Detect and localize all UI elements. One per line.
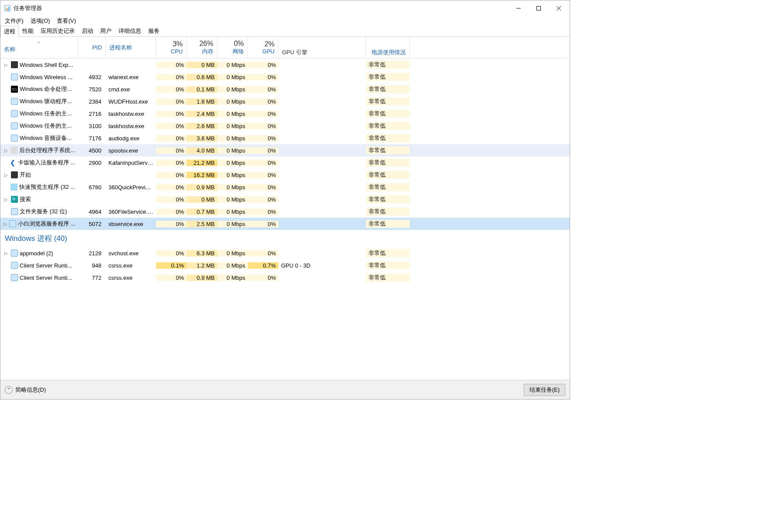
process-name: Client Server Runti... xyxy=(20,275,72,281)
fewer-details-button[interactable]: ⌃ 简略信息(D) xyxy=(5,386,46,394)
process-list[interactable]: ▷Windows Shell Exp...0%0 MB0 Mbps0%非常低Wi… xyxy=(0,59,570,380)
menu-options[interactable]: 选项(O) xyxy=(27,16,54,26)
col-proc[interactable]: 进程名称 xyxy=(106,37,156,58)
col-eng[interactable]: GPU 引擎 xyxy=(279,37,366,58)
net-cell: 0 Mbps xyxy=(217,111,248,117)
tab-users[interactable]: 用户 xyxy=(97,25,115,36)
svg-rect-1 xyxy=(537,6,541,10)
mem-cell: 0.9 MB xyxy=(187,275,217,281)
expand-icon[interactable]: ▷ xyxy=(3,148,9,153)
process-icon xyxy=(11,262,18,269)
col-pid[interactable]: PID xyxy=(78,37,106,58)
net-cell: 0 Mbps xyxy=(217,172,248,178)
col-cpu[interactable]: 3%CPU xyxy=(156,37,187,58)
tab-services[interactable]: 服务 xyxy=(145,25,163,36)
process-name: Windows 任务的主... xyxy=(20,122,72,130)
cpu-cell: 0% xyxy=(156,209,187,215)
expand-icon[interactable]: ▷ xyxy=(3,222,7,226)
process-name: 快速预览主程序 (32 ... xyxy=(19,183,75,191)
cpu-cell: 0% xyxy=(156,221,187,227)
table-row[interactable]: ▷appmodel (2)2128svchost.exe0%6.3 MB0 Mb… xyxy=(0,247,570,259)
tab-performance[interactable]: 性能 xyxy=(19,25,37,36)
cpu-cell: 0% xyxy=(156,86,187,93)
expand-icon[interactable]: ▷ xyxy=(3,63,9,67)
table-row[interactable]: Windows Wireless ...4932wlanext.exe0%0.6… xyxy=(0,71,570,83)
mem-cell: 1.2 MB xyxy=(187,262,217,269)
proc-cell: spoolsv.exe xyxy=(106,147,156,154)
column-headers: ⌃ 名称 PID 进程名称 3%CPU 26%内存 0%网络 2%GPU GPU… xyxy=(0,37,570,59)
cpu-cell: 0% xyxy=(156,160,187,166)
gpu-cell: 0% xyxy=(248,275,279,281)
mem-cell: 3.6 MB xyxy=(187,135,217,142)
mem-cell: 0.9 MB xyxy=(187,184,217,191)
titlebar: 📊 任务管理器 xyxy=(0,0,570,16)
process-name: 后台处理程序子系统... xyxy=(19,146,75,154)
table-row[interactable]: ▷Windows Shell Exp...0%0 MB0 Mbps0%非常低 xyxy=(0,59,570,71)
net-cell: 0 Mbps xyxy=(217,184,248,191)
table-row[interactable]: ❮卡饭输入法服务程序 ...2900KafanInputService....0… xyxy=(0,156,570,169)
close-button[interactable] xyxy=(549,2,569,15)
table-row[interactable]: 快速预览主程序 (32 ...6780360QuickPreview....0%… xyxy=(0,181,570,193)
process-name: Windows Shell Exp... xyxy=(20,62,73,68)
mem-cell: 0 MB xyxy=(187,62,217,68)
pwr-cell: 非常低 xyxy=(366,171,410,179)
table-row[interactable]: Client Server Runti...948csrss.exe0.1%1.… xyxy=(0,259,570,271)
tab-processes[interactable]: 进程 xyxy=(0,26,19,37)
proc-cell: csrss.exe xyxy=(106,262,156,269)
mem-cell: 0.7 MB xyxy=(187,209,217,215)
table-row[interactable]: C:\Windows 命令处理...7520cmd.exe0%0.1 MB0 M… xyxy=(0,83,570,95)
expand-icon[interactable]: ▷ xyxy=(3,173,9,177)
maximize-button[interactable] xyxy=(529,2,549,15)
table-row[interactable]: ▷后台处理程序子系统...4500spoolsv.exe0%4.0 MB0 Mb… xyxy=(0,144,570,156)
table-row[interactable]: Client Server Runti...772csrss.exe0%0.9 … xyxy=(0,271,570,284)
proc-cell: wlanext.exe xyxy=(106,74,156,80)
table-row[interactable]: ▷开始0%16.2 MB0 Mbps0%非常低 xyxy=(0,169,570,181)
tab-startup[interactable]: 启动 xyxy=(78,25,97,36)
col-gpu[interactable]: 2%GPU xyxy=(248,37,279,58)
tab-details[interactable]: 详细信息 xyxy=(115,25,145,36)
table-row[interactable]: 文件夹服务 (32 位)4964360FileService.exe0%0.7 … xyxy=(0,205,570,218)
pid-cell: 5072 xyxy=(78,221,106,227)
pwr-cell: 非常低 xyxy=(366,97,410,105)
menu-file[interactable]: 文件(F) xyxy=(1,16,27,26)
process-icon xyxy=(10,184,17,191)
col-name[interactable]: ⌃ 名称 xyxy=(0,37,78,58)
col-pwr[interactable]: 电源使用情况 xyxy=(366,37,410,58)
process-icon xyxy=(11,274,18,281)
cpu-cell: 0.1% xyxy=(156,262,187,269)
gpu-cell: 0% xyxy=(248,160,279,166)
gpu-cell: 0.7% xyxy=(248,262,279,269)
table-row[interactable]: Windows 任务的主...3100taskhostw.exe0%2.6 MB… xyxy=(0,120,570,132)
table-row[interactable]: Windows 音频设备...7176audiodg.exe0%3.6 MB0 … xyxy=(0,132,570,144)
process-icon xyxy=(9,220,16,227)
table-row[interactable]: ▷🔍搜索0%0 MB0 Mbps0%非常低 xyxy=(0,193,570,205)
gpu-cell: 0% xyxy=(248,111,279,117)
col-net[interactable]: 0%网络 xyxy=(217,37,248,58)
app-icon: 📊 xyxy=(4,5,11,12)
table-row[interactable]: Windows 任务的主...2716taskhostw.exe0%2.4 MB… xyxy=(0,108,570,120)
col-mem[interactable]: 26%内存 xyxy=(187,37,217,58)
expand-icon[interactable]: ▷ xyxy=(3,251,9,256)
cpu-cell: 0% xyxy=(156,184,187,191)
col-name-label: 名称 xyxy=(4,45,74,53)
sort-indicator-icon: ⌃ xyxy=(4,42,74,45)
pid-cell: 7176 xyxy=(78,135,106,142)
gpu-total: 2% xyxy=(265,40,275,48)
col-cpu-label: CPU xyxy=(171,48,183,55)
end-task-button[interactable]: 结束任务(E) xyxy=(524,384,565,396)
menu-view[interactable]: 查看(V) xyxy=(53,16,79,26)
minimize-button[interactable] xyxy=(508,2,529,15)
net-cell: 0 Mbps xyxy=(217,250,248,257)
table-row[interactable]: Windows 驱动程序...2384WUDFHost.exe0%1.8 MB0… xyxy=(0,95,570,108)
table-row[interactable]: ▷小白浏览器服务程序 ...5072xbservice.exe0%2.5 MB0… xyxy=(0,218,570,230)
pid-cell: 3100 xyxy=(78,123,106,129)
tab-history[interactable]: 应用历史记录 xyxy=(37,25,78,36)
process-icon xyxy=(11,135,18,142)
process-name: Client Server Runti... xyxy=(20,262,72,269)
process-icon xyxy=(11,171,18,178)
expand-icon[interactable]: ▷ xyxy=(3,197,9,202)
net-cell: 0 Mbps xyxy=(217,86,248,93)
gpu-cell: 0% xyxy=(248,209,279,215)
mem-cell: 2.5 MB xyxy=(187,221,217,227)
net-cell: 0 Mbps xyxy=(217,135,248,142)
